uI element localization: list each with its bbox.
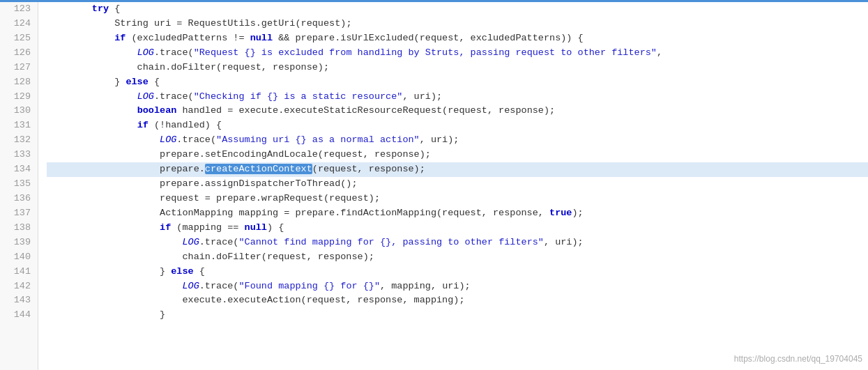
watermark: https://blog.csdn.net/qq_19704045 [734, 353, 862, 366]
code-line: chain.doFilter(request, response); [47, 250, 868, 265]
code-lines: try { String uri = RequestUtils.getUri(r… [38, 2, 868, 370]
code-container: 1231241251261271281291301311321331341351… [0, 2, 868, 370]
code-line: execute.executeAction(request, response,… [47, 293, 868, 308]
line-number: 131 [7, 118, 31, 133]
line-number: 138 [7, 221, 31, 236]
line-number: 127 [7, 61, 31, 75]
line-number: 140 [7, 250, 31, 265]
code-line: prepare.setEncodingAndLocale(request, re… [47, 148, 868, 162]
line-number: 142 [7, 279, 31, 294]
code-line: LOG.trace("Request {} is excluded from h… [47, 46, 868, 61]
code-line: LOG.trace("Found mapping {} for {}", map… [47, 279, 868, 294]
line-number: 132 [7, 133, 31, 148]
code-line: if (excludedPatterns != null && prepare.… [47, 31, 868, 46]
line-number: 143 [7, 293, 31, 308]
line-number: 128 [7, 75, 31, 90]
code-line: LOG.trace("Checking if {} is a static re… [47, 90, 868, 105]
code-line: try { [47, 2, 868, 17]
line-number: 126 [7, 46, 31, 61]
line-number: 144 [7, 308, 31, 323]
line-number: 137 [7, 206, 31, 221]
code-line: boolean handled = execute.executeStaticR… [47, 104, 868, 118]
code-line: } else { [47, 265, 868, 279]
line-number: 123 [7, 2, 31, 17]
line-number: 135 [7, 177, 31, 192]
line-number: 134 [7, 162, 31, 177]
line-number: 139 [7, 236, 31, 250]
code-line: request = prepare.wrapRequest(request); [47, 192, 868, 206]
code-line: if (mapping == null) { [47, 221, 868, 236]
code-line: LOG.trace("Assuming uri {} as a normal a… [47, 133, 868, 148]
code-line: prepare.assignDispatcherToThread(); [47, 177, 868, 192]
code-line: LOG.trace("Cannot find mapping for {}, p… [47, 236, 868, 250]
line-number: 136 [7, 192, 31, 206]
line-number: 133 [7, 148, 31, 162]
code-line: } [47, 308, 868, 323]
line-number: 125 [7, 31, 31, 46]
code-line: String uri = RequestUtils.getUri(request… [47, 17, 868, 31]
line-number: 124 [7, 17, 31, 31]
code-line: prepare.createActionContext(request, res… [47, 162, 868, 177]
line-number: 129 [7, 90, 31, 105]
code-line: ActionMapping mapping = prepare.findActi… [47, 206, 868, 221]
code-line: } else { [47, 75, 868, 90]
code-line: if (!handled) { [47, 118, 868, 133]
line-number: 141 [7, 265, 31, 279]
code-line: chain.doFilter(request, response); [47, 61, 868, 75]
line-number: 130 [7, 104, 31, 118]
line-numbers: 1231241251261271281291301311321331341351… [0, 2, 38, 370]
